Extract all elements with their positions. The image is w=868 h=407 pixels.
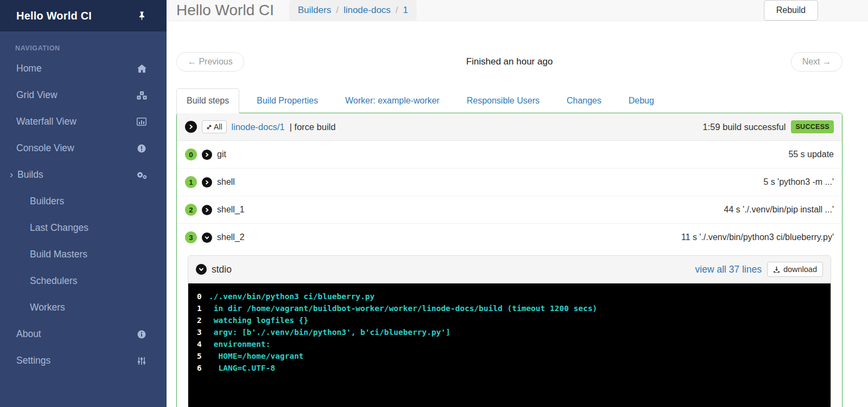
- step-number-badge: 0: [185, 148, 197, 160]
- collapse-toggle-icon[interactable]: [185, 121, 197, 133]
- log-line-text: in dir /home/vagrant/buildbot-worker/wor…: [209, 302, 597, 314]
- sidebar-subitem-label: Builders: [30, 196, 64, 207]
- tab-build-properties[interactable]: Build Properties: [247, 88, 328, 113]
- log-line: 6 LANG=C.UTF-8: [197, 362, 822, 374]
- log-line-text: argv: [b'./.venv/bin/python3', b'ci/blue…: [209, 326, 450, 338]
- sidebar-item-builds[interactable]: › Builds: [0, 161, 167, 188]
- step-name: git: [217, 150, 226, 159]
- sidebar-item-label: About: [16, 328, 41, 340]
- step-name: shell_2: [217, 232, 245, 242]
- info-circle-icon: [136, 330, 147, 339]
- sidebar-item-console-view[interactable]: Console View: [0, 135, 167, 161]
- gears-icon: [136, 170, 147, 179]
- log-line-text: environment:: [209, 338, 271, 350]
- sidebar-item-builders[interactable]: Builders: [0, 188, 167, 215]
- stdio-card: stdio view all 37 lines download: [188, 255, 831, 407]
- build-link[interactable]: linode-docs/1: [232, 122, 285, 132]
- content: Finished an hour ago ← Previous Next → B…: [167, 21, 868, 407]
- sidebar-item-label: Console View: [16, 143, 74, 154]
- chevron-down-icon[interactable]: [196, 264, 207, 275]
- chevron-down-icon[interactable]: [202, 232, 212, 243]
- sidebar-item-grid-view[interactable]: Grid View: [0, 82, 167, 108]
- log-line-number: 3: [197, 326, 209, 338]
- tab-changes[interactable]: Changes: [557, 88, 611, 113]
- exclamation-circle-icon: [136, 144, 147, 153]
- step-row-shell-2[interactable]: 3 shell_2 11 s './.venv/bin/python3 ci/b…: [177, 224, 842, 251]
- breadcrumb-builders-link[interactable]: Builders: [298, 5, 331, 16]
- build-nav-row: Finished an hour ago ← Previous Next →: [176, 51, 843, 72]
- sidebar-subitem-label: Build Masters: [30, 249, 87, 260]
- step-detail: 55 s update: [788, 150, 834, 159]
- chevron-right-icon[interactable]: [202, 177, 212, 188]
- next-build-button[interactable]: Next →: [791, 52, 843, 72]
- sidebar-item-build-masters[interactable]: Build Masters: [0, 241, 167, 268]
- sidebar-item-label: Builds: [17, 169, 43, 180]
- sidebar-subitem-label: Schedulers: [30, 275, 78, 287]
- tab-debug[interactable]: Debug: [619, 88, 664, 113]
- breadcrumb-builder-link[interactable]: linode-docs: [343, 5, 391, 16]
- step-detail: 11 s './.venv/bin/python3 ci/blueberry.p…: [681, 232, 834, 242]
- step-row-shell[interactable]: 1 shell 5 s 'python3 -m ...': [177, 169, 842, 196]
- step-row-git[interactable]: 0 git 55 s update: [177, 141, 842, 169]
- bar-chart-icon: [136, 117, 147, 126]
- page-title: Hello World CI: [176, 2, 274, 19]
- topbar: Hello World CI Builders / linode-docs / …: [167, 0, 868, 21]
- expand-all-label: All: [214, 122, 222, 131]
- step-number-badge: 2: [185, 204, 197, 216]
- expand-all-button[interactable]: All: [202, 120, 227, 133]
- tab-responsible-users[interactable]: Responsible Users: [457, 88, 549, 113]
- step-detail: 5 s 'python3 -m ...': [763, 177, 834, 187]
- step-name: shell: [217, 177, 235, 187]
- breadcrumb-buildnum-link[interactable]: 1: [403, 5, 408, 16]
- view-all-lines-link[interactable]: view all 37 lines: [695, 264, 762, 275]
- sidebar-item-label: Grid View: [16, 89, 58, 101]
- log-line: 0./.venv/bin/python3 ci/blueberry.py: [197, 290, 822, 302]
- log-line: 1 in dir /home/vagrant/buildbot-worker/w…: [197, 302, 822, 314]
- log-line: 2 watching logfiles {}: [197, 314, 822, 326]
- stdio-terminal[interactable]: 0./.venv/bin/python3 ci/blueberry.py 1 i…: [188, 283, 831, 407]
- sidebar-item-label: Settings: [16, 355, 50, 366]
- sidebar-subitem-label: Last Changes: [30, 222, 88, 234]
- sidebar-item-last-changes[interactable]: Last Changes: [0, 215, 167, 241]
- log-line-number: 6: [197, 362, 209, 374]
- sidebar-item-schedulers[interactable]: Schedulers: [0, 268, 167, 294]
- main-area: Hello World CI Builders / linode-docs / …: [167, 0, 868, 407]
- build-finished-status: Finished an hour ago: [176, 56, 843, 67]
- sidebar-item-workers[interactable]: Workers: [0, 294, 167, 321]
- breadcrumb-separator: /: [336, 5, 339, 16]
- log-line-text: HOME=/home/vagrant: [209, 350, 304, 362]
- chevron-right-icon: ›: [10, 169, 13, 180]
- pin-icon[interactable]: [136, 11, 147, 21]
- download-label: download: [783, 265, 817, 274]
- nav-section-label: NAVIGATION: [0, 31, 167, 55]
- previous-build-button[interactable]: ← Previous: [176, 52, 244, 72]
- sidebar-subitem-label: Workers: [30, 302, 65, 313]
- home-icon: [136, 64, 147, 73]
- sidebar-item-waterfall-view[interactable]: Waterfall View: [0, 108, 167, 135]
- step-detail: 44 s './.venv/bin/pip install ...': [724, 205, 834, 215]
- sidebar-item-home[interactable]: Home: [0, 55, 167, 82]
- step-row-shell-1[interactable]: 2 shell_1 44 s './.venv/bin/pip install …: [177, 196, 842, 224]
- log-line-text: ./.venv/bin/python3 ci/blueberry.py: [209, 290, 375, 302]
- tab-build-steps[interactable]: Build steps: [176, 88, 239, 113]
- log-line-number: 5: [197, 350, 209, 362]
- sliders-icon: [136, 356, 147, 365]
- expand-all-icon: [206, 124, 212, 130]
- download-button[interactable]: download: [767, 262, 823, 277]
- sidebar-item-settings[interactable]: Settings: [0, 347, 167, 374]
- tab-worker[interactable]: Worker: example-worker: [335, 88, 449, 113]
- stdio-region: stdio view all 37 lines download: [177, 251, 842, 407]
- chevron-right-icon[interactable]: [202, 150, 212, 160]
- log-line-text: watching logfiles {}: [209, 314, 308, 326]
- step-name: shell_1: [217, 205, 245, 215]
- step-number-badge: 1: [185, 176, 197, 188]
- build-steps-panel: All linode-docs/1 | force build 1:59 bui…: [176, 113, 843, 407]
- chevron-right-icon[interactable]: [202, 205, 212, 215]
- rebuild-button[interactable]: Rebuild: [764, 0, 818, 21]
- download-icon: [773, 266, 780, 273]
- sidebar: Hello World CI NAVIGATION Home Grid View…: [0, 0, 167, 407]
- breadcrumb-separator: /: [395, 5, 398, 16]
- success-badge: SUCCESS: [791, 120, 834, 133]
- sidebar-item-about[interactable]: About: [0, 321, 167, 347]
- stdio-title: stdio: [212, 264, 232, 275]
